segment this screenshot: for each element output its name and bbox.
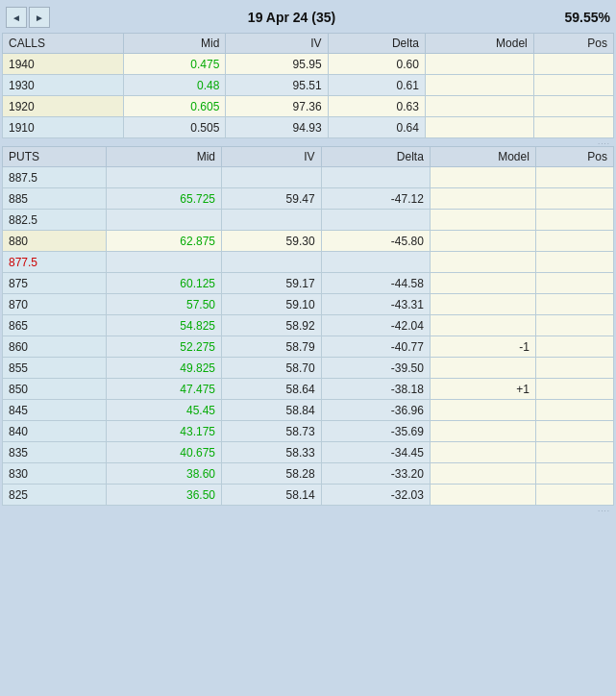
table-row: 825 36.50 58.14 -32.03 bbox=[3, 485, 614, 506]
model-value bbox=[425, 54, 533, 75]
header-row: ◄ ► 19 Apr 24 (35) 59.55% bbox=[2, 2, 614, 33]
mid-value: 0.505 bbox=[124, 117, 226, 138]
put-delta-value: -38.18 bbox=[321, 379, 430, 400]
put-pos-value bbox=[535, 210, 613, 231]
delta-value: 0.63 bbox=[328, 96, 425, 117]
put-delta-value bbox=[321, 167, 430, 188]
put-pos-value bbox=[535, 358, 613, 379]
put-model-value bbox=[430, 273, 535, 294]
put-iv-value: 58.79 bbox=[222, 336, 322, 358]
main-container: ◄ ► 19 Apr 24 (35) 59.55% CALLS Mid IV D… bbox=[0, 0, 616, 515]
put-iv-value: 58.64 bbox=[222, 379, 322, 400]
put-pos-value bbox=[535, 400, 613, 421]
put-iv-value: 58.14 bbox=[222, 485, 322, 506]
put-model-value bbox=[430, 463, 535, 485]
puts-pos-header: Pos bbox=[535, 147, 613, 167]
put-strike-label: 885 bbox=[3, 188, 107, 210]
put-pos-value bbox=[535, 188, 613, 210]
put-iv-value: 58.28 bbox=[222, 463, 322, 485]
put-model-value bbox=[430, 231, 535, 252]
put-iv-value bbox=[222, 252, 322, 273]
put-delta-value: -36.96 bbox=[321, 400, 430, 421]
put-mid-value bbox=[107, 252, 222, 273]
calls-pos-header: Pos bbox=[533, 34, 613, 54]
pos-value bbox=[533, 117, 613, 138]
put-iv-value: 58.84 bbox=[222, 400, 322, 421]
put-mid-value: 47.475 bbox=[107, 379, 222, 400]
puts-delta-header: Delta bbox=[321, 147, 430, 167]
strike-label: 1920 bbox=[3, 96, 124, 117]
put-pos-value bbox=[535, 421, 613, 442]
mid-value: 0.475 bbox=[124, 54, 226, 75]
put-strike-label: 887.5 bbox=[3, 167, 107, 188]
delta-value: 0.64 bbox=[328, 117, 425, 138]
put-delta-value: -34.45 bbox=[321, 442, 430, 463]
model-value bbox=[425, 75, 533, 96]
put-strike-label: 825 bbox=[3, 485, 107, 506]
put-iv-value: 58.73 bbox=[222, 421, 322, 442]
resize-handle-calls[interactable]: ···· bbox=[2, 138, 614, 146]
put-model-value bbox=[430, 252, 535, 273]
put-model-value bbox=[430, 400, 535, 421]
put-iv-value bbox=[222, 167, 322, 188]
table-row: 885 65.725 59.47 -47.12 bbox=[3, 188, 614, 210]
put-mid-value bbox=[107, 167, 222, 188]
put-mid-value: 52.275 bbox=[107, 336, 222, 358]
percentage-display: 59.55% bbox=[533, 10, 610, 25]
put-delta-value: -47.12 bbox=[321, 188, 430, 210]
put-mid-value: 54.825 bbox=[107, 315, 222, 336]
calls-mid-header: Mid bbox=[124, 34, 226, 54]
put-delta-value bbox=[321, 210, 430, 231]
put-pos-value bbox=[535, 463, 613, 485]
put-iv-value: 59.30 bbox=[222, 231, 322, 252]
iv-value: 94.93 bbox=[226, 117, 328, 138]
put-model-value: -1 bbox=[430, 336, 535, 358]
calls-iv-header: IV bbox=[226, 34, 328, 54]
put-model-value bbox=[430, 485, 535, 506]
calls-model-header: Model bbox=[425, 34, 533, 54]
put-mid-value: 43.175 bbox=[107, 421, 222, 442]
table-row: 877.5 bbox=[3, 252, 614, 273]
resize-handle-puts[interactable]: ···· bbox=[2, 506, 614, 513]
pos-value bbox=[533, 54, 613, 75]
put-iv-value: 58.92 bbox=[222, 315, 322, 336]
table-row: 850 47.475 58.64 -38.18 +1 bbox=[3, 379, 614, 400]
table-row: 845 45.45 58.84 -36.96 bbox=[3, 400, 614, 421]
mid-value: 0.48 bbox=[124, 75, 226, 96]
put-mid-value bbox=[107, 210, 222, 231]
puts-section-label: PUTS bbox=[3, 147, 107, 167]
put-delta-value: -32.03 bbox=[321, 485, 430, 506]
calls-delta-header: Delta bbox=[328, 34, 425, 54]
put-pos-value bbox=[535, 273, 613, 294]
put-model-value: +1 bbox=[430, 379, 535, 400]
next-button[interactable]: ► bbox=[29, 7, 50, 28]
iv-value: 95.51 bbox=[226, 75, 328, 96]
put-iv-value: 59.47 bbox=[222, 188, 322, 210]
put-delta-value: -43.31 bbox=[321, 294, 430, 315]
table-row: 830 38.60 58.28 -33.20 bbox=[3, 463, 614, 485]
put-iv-value: 58.33 bbox=[222, 442, 322, 463]
put-pos-value bbox=[535, 379, 613, 400]
model-value bbox=[425, 117, 533, 138]
put-iv-value bbox=[222, 210, 322, 231]
put-pos-value bbox=[535, 231, 613, 252]
put-mid-value: 60.125 bbox=[107, 273, 222, 294]
put-strike-label: 830 bbox=[3, 463, 107, 485]
calls-header-row: CALLS Mid IV Delta Model Pos bbox=[3, 34, 614, 54]
strike-label: 1930 bbox=[3, 75, 124, 96]
puts-header-row: PUTS Mid IV Delta Model Pos bbox=[3, 147, 614, 167]
put-model-value bbox=[430, 358, 535, 379]
put-delta-value: -39.50 bbox=[321, 358, 430, 379]
prev-button[interactable]: ◄ bbox=[6, 7, 27, 28]
put-mid-value: 57.50 bbox=[107, 294, 222, 315]
table-row: 1930 0.48 95.51 0.61 bbox=[3, 75, 614, 96]
calls-section-label: CALLS bbox=[3, 34, 124, 54]
puts-iv-header: IV bbox=[222, 147, 322, 167]
table-row: 1910 0.505 94.93 0.64 bbox=[3, 117, 614, 138]
put-delta-value: -45.80 bbox=[321, 231, 430, 252]
put-strike-label: 860 bbox=[3, 336, 107, 358]
put-delta-value: -35.69 bbox=[321, 421, 430, 442]
put-strike-label: 835 bbox=[3, 442, 107, 463]
table-row: 880 62.875 59.30 -45.80 bbox=[3, 231, 614, 252]
table-row: 875 60.125 59.17 -44.58 bbox=[3, 273, 614, 294]
